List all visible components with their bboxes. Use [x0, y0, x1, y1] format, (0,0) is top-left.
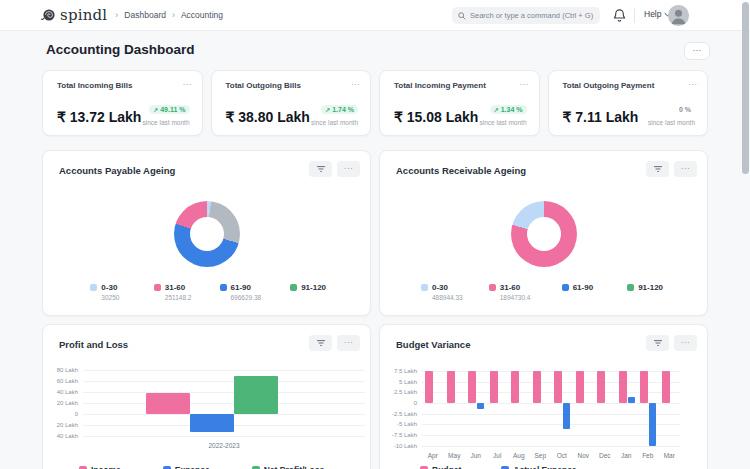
chart-actions: ··· [646, 161, 697, 177]
gridline [422, 424, 680, 425]
donut-hole [190, 217, 224, 251]
bar-budget-oct [554, 371, 562, 403]
legend-item-0-30: 0-3030250 [71, 283, 139, 301]
filter-icon[interactable] [309, 335, 332, 351]
stat-card-more-button[interactable]: ··· [520, 79, 529, 89]
payable-ageing-card: Accounts Payable Ageing···0-303025031-60… [42, 150, 371, 316]
change-percent: 1.74 % [332, 106, 354, 113]
legend-text: 0-3030250 [101, 283, 119, 301]
legend-label: 31-60 [500, 283, 531, 292]
x-axis-label: 2022-2023 [83, 442, 365, 449]
bar-actual-expense-jun [477, 403, 484, 409]
y-axis-tick-label: 40 Lakh [43, 433, 78, 439]
stat-card-change-block: ↗1.34 %since last month [480, 98, 527, 126]
chart-title: Profit and Loss [59, 339, 128, 350]
bar-income [146, 393, 190, 414]
legend-value: 251148.2 [165, 294, 192, 301]
bar-budget-jun [468, 371, 476, 403]
x-axis-tick-feb: Feb [637, 452, 659, 459]
global-search[interactable] [452, 7, 600, 24]
y-axis-tick-label: -10 Lakh [380, 443, 417, 449]
legend-swatch [627, 284, 634, 291]
filter-icon[interactable] [309, 161, 332, 177]
chart-actions: ··· [309, 161, 360, 177]
legend-item-61-90: 61-90 [544, 283, 612, 301]
legend-item-31-60: 31-60251148.2 [139, 283, 207, 301]
bar-actual-expense-jan [628, 397, 635, 403]
payable-donut-chart [174, 201, 240, 267]
filter-icon[interactable] [646, 161, 669, 177]
stat-card-3: Total Incoming Payment···₹ 15.08 Lakh↗1.… [379, 70, 540, 136]
stat-card-1: Total Incoming Bills···₹ 13.72 Lakh↗49.1… [42, 70, 203, 136]
change-badge: ↗1.74 % [321, 105, 358, 114]
more-options-button[interactable]: ··· [337, 161, 360, 177]
page-title: Accounting Dashboard [46, 42, 195, 57]
legend-swatch [90, 284, 97, 291]
bottom-charts-row: Profit and Loss···80 Lakh60 Lakh40 Lakh2… [42, 324, 708, 469]
legend-swatch [290, 284, 297, 291]
legend-item-91-120: 91-120 [611, 283, 679, 301]
gridline [83, 436, 365, 437]
gridline [83, 403, 365, 404]
legend-text: 61-90 [573, 283, 593, 301]
legend-label: Expense [175, 465, 210, 469]
app-logo[interactable]: spindl [40, 6, 107, 24]
stat-card-more-button[interactable]: ··· [688, 79, 697, 89]
notifications-bell-icon[interactable] [612, 8, 628, 24]
chart-title: Budget Variance [396, 339, 470, 350]
legend-item-91-120: 91-120 [274, 283, 342, 301]
legend-item-61-90: 61-90696629.38 [207, 283, 275, 301]
page-more-button[interactable]: ··· [684, 42, 710, 60]
donut-legend: 0-30488944.3331-601894730.461-9091-120 [380, 283, 707, 301]
x-axis-tick-may: May [444, 452, 466, 459]
bar-actual-expense-oct [563, 403, 570, 429]
y-axis-tick-label: 20 Lakh [43, 422, 78, 428]
legend-item-expense: Expense [163, 465, 210, 469]
gridline [83, 370, 365, 371]
legend-item-budget: Budget [420, 465, 461, 469]
change-badge: ↗49.11 % [149, 105, 189, 114]
filter-icon[interactable] [646, 335, 669, 351]
bar-budget-feb [640, 371, 648, 403]
legend-value: 696629.38 [231, 294, 262, 301]
stat-card-value: ₹ 13.72 Lakh [57, 109, 141, 125]
bar-expense [190, 414, 234, 432]
y-axis-tick-label: 0 [380, 400, 417, 406]
y-axis-tick-label: 40 Lakh [43, 389, 78, 395]
breadcrumb-dashboard[interactable]: Dashboard [124, 10, 166, 20]
trend-up-icon: ↗ [325, 106, 330, 113]
x-axis-tick-oct: Oct [551, 452, 573, 459]
bar-budget-jul [490, 371, 498, 403]
more-options-button[interactable]: ··· [674, 161, 697, 177]
legend-label: Budget [432, 465, 461, 469]
stat-card-title: Total Outgoing Bills [226, 81, 359, 90]
y-axis-tick-label: 5 Lakh [380, 379, 417, 385]
legend-label: 0-30 [101, 283, 119, 292]
ageing-charts-row: Accounts Payable Ageing···0-303025031-60… [42, 150, 708, 316]
trend-up-icon: ↗ [494, 106, 499, 113]
legend-swatch [489, 284, 496, 291]
search-input[interactable] [470, 11, 594, 20]
user-avatar[interactable] [668, 5, 689, 26]
legend-label: Income [91, 465, 121, 469]
x-axis-tick-jan: Jan [616, 452, 638, 459]
legend-label: Net Profit/Loss [264, 465, 324, 469]
stat-card-value: ₹ 15.08 Lakh [394, 109, 478, 125]
breadcrumb: › Dashboard › Accounting [115, 10, 223, 20]
y-axis-tick-label: 7.5 Lakh [380, 368, 417, 374]
more-options-button[interactable]: ··· [674, 335, 697, 351]
bar-budget-nov [576, 371, 584, 403]
legend-item-31-60: 31-601894730.4 [476, 283, 544, 301]
breadcrumb-separator: › [115, 10, 118, 20]
breadcrumb-accounting[interactable]: Accounting [181, 10, 223, 20]
stat-card-more-button[interactable]: ··· [183, 79, 192, 89]
legend-label: 91-120 [301, 283, 326, 292]
stat-card-more-button[interactable]: ··· [351, 79, 360, 89]
x-axis-tick-mar: Mar [659, 452, 681, 459]
chart-legend: IncomeExpenseNet Profit/Loss [79, 465, 324, 469]
x-axis-tick-nov: Nov [573, 452, 595, 459]
page-scrollbar[interactable] [742, 2, 749, 174]
search-icon [458, 12, 466, 20]
more-options-button[interactable]: ··· [337, 335, 360, 351]
legend-text: 0-30488944.33 [432, 283, 463, 301]
